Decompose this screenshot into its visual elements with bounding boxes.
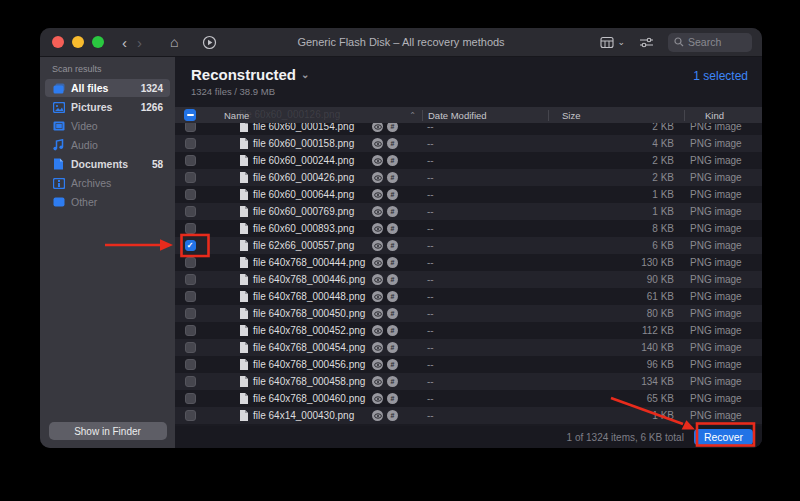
file-icon <box>239 257 248 268</box>
home-icon[interactable]: ⌂ <box>170 34 178 50</box>
file-size: 130 KB <box>547 257 682 268</box>
file-kind: PNG image <box>682 155 762 166</box>
selection-summary: 1 of 1324 items, 6 KB total <box>567 432 684 443</box>
table-row[interactable]: file 640x768_000458.png # -- 134 KB PNG … <box>175 373 762 390</box>
file-date: -- <box>422 308 547 319</box>
audio-icon <box>52 139 65 151</box>
row-checkbox[interactable] <box>185 257 196 268</box>
table-row[interactable]: file 60x60_000158.png # -- 4 KB PNG imag… <box>175 135 762 152</box>
recover-button[interactable]: Recover <box>694 429 753 445</box>
row-checkbox[interactable] <box>185 223 196 234</box>
sidebar-item-label: Documents <box>71 158 128 170</box>
file-kind: PNG image <box>682 308 762 319</box>
forward-button[interactable]: › <box>137 35 142 50</box>
row-checkbox[interactable] <box>185 376 196 387</box>
file-size: 65 KB <box>547 393 682 404</box>
file-kind: PNG image <box>682 393 762 404</box>
sidebar-item-audio[interactable]: Audio <box>45 136 170 154</box>
row-checkbox[interactable] <box>185 325 196 336</box>
zoom-window-button[interactable] <box>92 36 104 48</box>
row-checkbox[interactable] <box>185 172 196 183</box>
row-checkbox[interactable] <box>185 206 196 217</box>
sidebar-item-pictures[interactable]: Pictures 1266 <box>45 98 170 116</box>
table-row[interactable]: file 640x768_000444.png # -- 130 KB PNG … <box>175 254 762 271</box>
row-checkbox[interactable] <box>185 359 196 370</box>
table-row[interactable]: file 60x60_000893.png # -- 8 KB PNG imag… <box>175 220 762 237</box>
table-row[interactable]: file 640x768_000456.png # -- 96 KB PNG i… <box>175 356 762 373</box>
select-all-checkbox[interactable] <box>184 109 196 121</box>
row-badges: # <box>372 189 398 200</box>
sidebar-item-documents[interactable]: Documents 58 <box>45 155 170 173</box>
sidebar-item-all-files[interactable]: All files 1324 <box>45 79 170 97</box>
column-header-kind[interactable]: Kind <box>685 110 762 121</box>
close-window-button[interactable] <box>52 36 64 48</box>
table-row[interactable]: file 640x768_000460.png # -- 65 KB PNG i… <box>175 390 762 407</box>
hash-badge-icon: # <box>387 342 398 353</box>
table-row[interactable]: file 60x60_000154.png # -- 2 KB PNG imag… <box>175 123 762 135</box>
row-checkbox[interactable] <box>185 410 196 421</box>
search-input[interactable]: Search <box>668 33 752 52</box>
sidebar-item-archives[interactable]: Archives <box>45 174 170 192</box>
sidebar-item-video[interactable]: Video <box>45 117 170 135</box>
table-row[interactable]: file 640x768_000452.png # -- 112 KB PNG … <box>175 322 762 339</box>
row-checkbox[interactable] <box>185 123 196 132</box>
row-checkbox[interactable] <box>185 155 196 166</box>
preview-eye-icon <box>372 325 383 336</box>
documents-icon <box>52 158 65 170</box>
file-date: -- <box>422 189 547 200</box>
file-name: file 640x768_000460.png <box>253 393 365 404</box>
minimize-window-button[interactable] <box>72 36 84 48</box>
row-checkbox[interactable] <box>185 308 196 319</box>
sidebar-item-count: 1324 <box>141 83 163 94</box>
preview-eye-icon <box>372 308 383 319</box>
row-checkbox[interactable] <box>185 342 196 353</box>
column-header-name[interactable]: Name ⌃ <box>205 110 422 121</box>
row-checkbox[interactable] <box>185 138 196 149</box>
row-badges: # <box>372 325 398 336</box>
file-icon <box>239 223 248 234</box>
file-date: -- <box>422 274 547 285</box>
row-checkbox[interactable] <box>185 274 196 285</box>
row-checkbox[interactable] <box>185 393 196 404</box>
hash-badge-icon: # <box>387 393 398 404</box>
hash-badge-icon: # <box>387 240 398 251</box>
file-name: file 60x60_000154.png <box>253 123 354 132</box>
table-row[interactable]: file 60x60_000426.png # -- 2 KB PNG imag… <box>175 169 762 186</box>
preview-eye-icon <box>372 342 383 353</box>
table-row[interactable]: file 640x768_000450.png # -- 80 KB PNG i… <box>175 305 762 322</box>
column-header-size[interactable]: Size <box>549 110 684 121</box>
table-row[interactable]: file 60x60_000244.png # -- 2 KB PNG imag… <box>175 152 762 169</box>
table-row[interactable]: file 64x14_000430.png # -- 1 KB PNG imag… <box>175 407 762 424</box>
sidebar-section-label: Scan results <box>40 64 175 78</box>
hash-badge-icon: # <box>387 308 398 319</box>
table-row[interactable]: file 640x768_000448.png # -- 61 KB PNG i… <box>175 288 762 305</box>
file-date: -- <box>422 410 547 421</box>
view-mode-button[interactable]: ⌄ <box>600 36 625 49</box>
results-title: Reconstructed <box>191 66 296 83</box>
file-size: 134 KB <box>547 376 682 387</box>
table-row[interactable]: file 60x60_000644.png # -- 1 KB PNG imag… <box>175 186 762 203</box>
recovery-session-icon[interactable] <box>202 35 217 50</box>
column-header-date[interactable]: Date Modified <box>423 110 548 121</box>
sidebar-item-label: Audio <box>71 139 98 151</box>
file-size: 4 KB <box>547 138 682 149</box>
file-icon <box>239 123 248 132</box>
table-row[interactable]: file 640x768_000446.png # -- 90 KB PNG i… <box>175 271 762 288</box>
show-in-finder-button[interactable]: Show in Finder <box>49 422 167 440</box>
table-row[interactable]: file 60x60_000769.png # -- 1 KB PNG imag… <box>175 203 762 220</box>
row-badges: # <box>372 308 398 319</box>
hash-badge-icon: # <box>387 123 398 132</box>
file-date: -- <box>422 325 547 336</box>
filter-sliders-icon[interactable] <box>639 36 654 49</box>
table-row[interactable]: file 640x768_000454.png # -- 140 KB PNG … <box>175 339 762 356</box>
file-name: file 64x14_000430.png <box>253 410 354 421</box>
sidebar-item-other[interactable]: Other <box>45 193 170 211</box>
results-title-dropdown[interactable]: Reconstructed ⌄ <box>191 66 748 83</box>
row-checkbox[interactable] <box>185 291 196 302</box>
file-size: 1 KB <box>547 410 682 421</box>
row-checkbox[interactable] <box>185 189 196 200</box>
back-button[interactable]: ‹ <box>122 35 127 50</box>
row-checkbox[interactable] <box>185 240 196 251</box>
table-row[interactable]: file 62x66_000557.png # -- 6 KB PNG imag… <box>175 237 762 254</box>
file-icon <box>239 342 248 353</box>
